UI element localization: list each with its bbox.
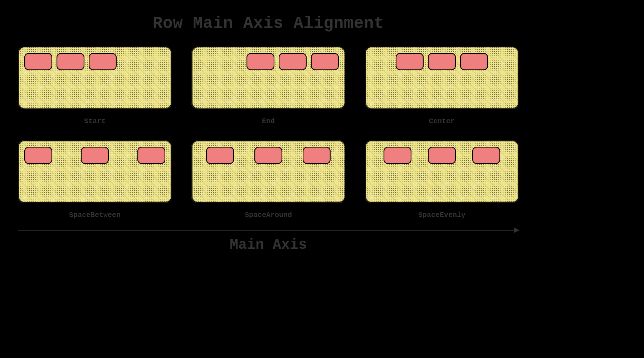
row-child bbox=[311, 53, 339, 70]
row-child bbox=[254, 147, 282, 164]
row-child bbox=[24, 147, 52, 164]
row-child bbox=[384, 147, 411, 164]
diagram-stage: Row Main Axis Alignment Start End bbox=[0, 0, 537, 358]
alignment-label: Center bbox=[429, 117, 455, 125]
row-child bbox=[428, 53, 456, 70]
alignment-label: Start bbox=[84, 117, 106, 125]
alignment-label: SpaceBetween bbox=[69, 211, 121, 219]
row-child bbox=[206, 147, 234, 164]
alignment-label: SpaceEvenly bbox=[418, 211, 465, 219]
row-child bbox=[89, 53, 117, 70]
row-container bbox=[365, 47, 519, 109]
row-child bbox=[137, 147, 165, 164]
row-container bbox=[191, 140, 345, 203]
row-child bbox=[428, 147, 456, 164]
alignment-example-spaceevenly: SpaceEvenly bbox=[365, 140, 519, 219]
row-child bbox=[303, 147, 331, 164]
alignment-example-spacearound: SpaceAround bbox=[191, 140, 345, 219]
row-child bbox=[81, 147, 109, 164]
row-container bbox=[191, 47, 345, 109]
main-axis-label: Main Axis bbox=[230, 237, 307, 253]
alignment-example-spacebetween: SpaceBetween bbox=[18, 140, 172, 219]
row-child bbox=[396, 53, 424, 70]
row-child bbox=[247, 53, 274, 70]
alignment-example-start: Start bbox=[18, 47, 172, 125]
row-child bbox=[57, 53, 84, 70]
row-child bbox=[460, 53, 488, 70]
alignment-label: SpaceAround bbox=[245, 211, 292, 219]
alignment-grid: Start End Center SpaceBetw bbox=[18, 47, 519, 219]
row-child bbox=[24, 53, 52, 70]
main-axis-indicator: Main Axis bbox=[18, 230, 519, 253]
row-child bbox=[472, 147, 500, 164]
row-container bbox=[18, 47, 172, 109]
alignment-example-end: End bbox=[191, 47, 345, 125]
row-container bbox=[365, 140, 519, 203]
diagram-title: Row Main Axis Alignment bbox=[153, 14, 384, 33]
alignment-label: End bbox=[262, 117, 275, 125]
row-child bbox=[279, 53, 307, 70]
alignment-example-center: Center bbox=[365, 47, 519, 125]
main-axis-arrow bbox=[18, 230, 519, 231]
row-container bbox=[18, 140, 172, 203]
